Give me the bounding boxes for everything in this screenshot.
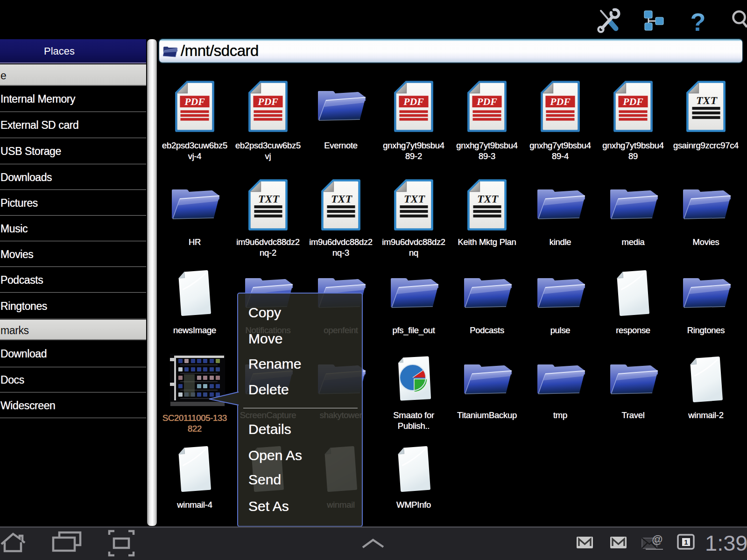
svg-text:?: ? — [691, 8, 706, 36]
svg-text:1: 1 — [684, 538, 688, 546]
svg-text:@: @ — [652, 533, 663, 546]
